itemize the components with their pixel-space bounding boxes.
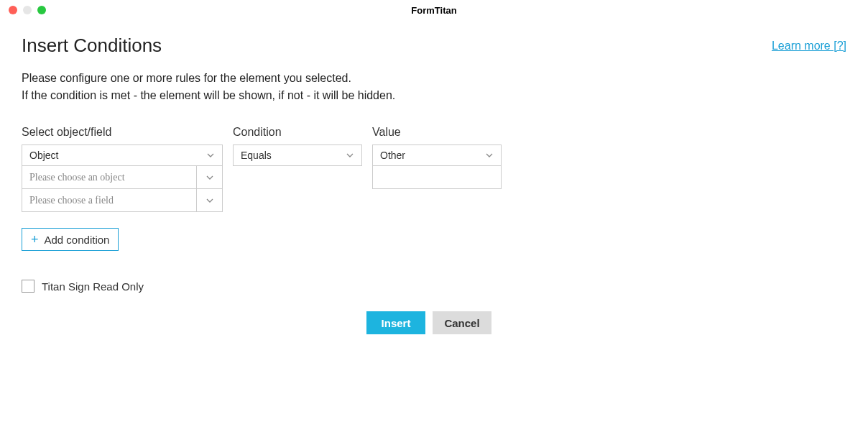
- page-title: Insert Conditions: [22, 35, 162, 57]
- titan-sign-checkbox[interactable]: [22, 280, 34, 293]
- value-input[interactable]: [372, 166, 502, 189]
- object-label: Select object/field: [22, 126, 223, 139]
- object-column: Select object/field Object Please choose…: [22, 126, 223, 212]
- chevron-down-icon: [346, 151, 354, 160]
- minimize-window-icon[interactable]: [23, 6, 32, 14]
- add-condition-button[interactable]: + Add condition: [22, 228, 119, 251]
- chevron-down-icon: [206, 196, 214, 205]
- value-column: Value Other: [372, 126, 502, 212]
- value-label: Value: [372, 126, 502, 139]
- value-dropdown[interactable]: Other: [372, 144, 502, 166]
- add-condition-label: Add condition: [45, 234, 110, 246]
- value-selected: Other: [380, 150, 405, 161]
- condition-label: Condition: [233, 126, 362, 139]
- description-line-2: If the condition is met - the element wi…: [22, 87, 846, 104]
- choose-field-dropdown[interactable]: Please choose a field: [22, 189, 223, 212]
- learn-more-link[interactable]: Learn more [?]: [772, 40, 846, 52]
- chevron-down-icon: [206, 151, 215, 160]
- plus-icon: +: [31, 233, 39, 246]
- description-line-1: Please configure one or more rules for t…: [22, 70, 846, 87]
- object-main-dropdown[interactable]: Object: [22, 144, 223, 166]
- dialog-content: Insert Conditions Learn more [?] Please …: [0, 20, 868, 349]
- chevron-down-icon: [206, 173, 214, 182]
- insert-button[interactable]: Insert: [366, 311, 425, 334]
- close-window-icon[interactable]: [9, 6, 17, 14]
- button-row: Insert Cancel: [366, 311, 846, 334]
- chevron-down-icon: [485, 151, 494, 160]
- titan-sign-row: Titan Sign Read Only: [22, 280, 846, 293]
- header-row: Insert Conditions Learn more [?]: [22, 35, 846, 57]
- titan-sign-label: Titan Sign Read Only: [42, 280, 144, 293]
- condition-value: Equals: [241, 150, 272, 161]
- choose-object-dropdown[interactable]: Please choose an object: [22, 166, 223, 189]
- conditions-columns: Select object/field Object Please choose…: [22, 126, 846, 212]
- condition-column: Condition Equals: [233, 126, 362, 212]
- choose-object-placeholder: Please choose an object: [29, 172, 125, 183]
- choose-field-placeholder: Please choose a field: [29, 195, 114, 206]
- traffic-lights: [9, 6, 46, 14]
- maximize-window-icon[interactable]: [37, 6, 46, 14]
- condition-dropdown[interactable]: Equals: [233, 144, 362, 166]
- titlebar: FormTitan: [0, 0, 868, 20]
- object-main-value: Object: [29, 150, 58, 161]
- window-title: FormTitan: [411, 5, 456, 16]
- description: Please configure one or more rules for t…: [22, 70, 846, 104]
- chev-box: [196, 189, 222, 211]
- cancel-button[interactable]: Cancel: [433, 311, 491, 334]
- chev-box: [196, 166, 222, 188]
